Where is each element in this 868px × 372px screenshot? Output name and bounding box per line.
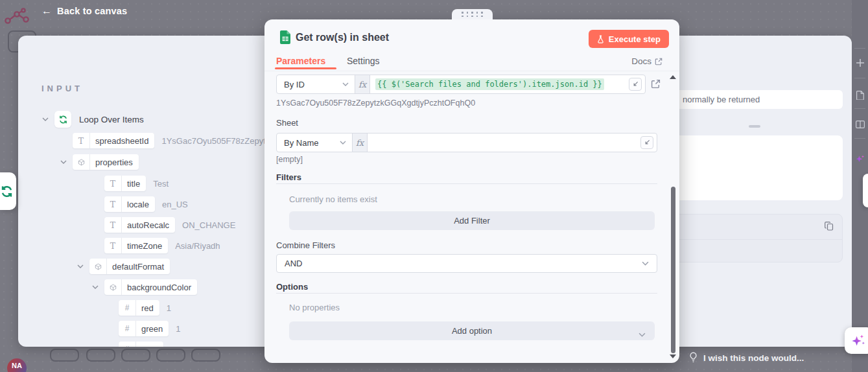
string-type-icon: T [104,196,122,212]
options-section-label: Options [276,282,308,292]
object-type-icon [73,154,90,170]
resolved-value: [empty] [276,155,303,164]
fx-badge: fx [355,75,370,93]
tree-pill: # red [119,300,159,316]
chevron-down-icon [342,82,349,86]
fx-badge: fx [353,134,368,152]
chevron-down-icon [340,141,346,145]
document-id-input[interactable]: {{ $('Search files and folders').item.js… [370,75,645,93]
ai-assistant-button[interactable] [845,327,868,354]
sheet-input[interactable] [368,134,657,152]
drag-dots-icon [462,12,483,17]
scroll-down-arrow[interactable] [670,355,676,358]
tab-settings[interactable]: Settings [347,56,380,66]
open-document-external-icon[interactable] [651,79,661,91]
options-empty-text: No properties [289,303,340,312]
sticky-note-icon[interactable] [852,91,868,100]
tabs-divider [264,71,679,71]
open-expression-editor-button[interactable] [629,78,642,91]
external-link-icon [655,58,663,65]
dimmed-toolbar-button [50,349,79,362]
dimmed-toolbar-button [191,349,220,362]
dimmed-toolbar-button [86,349,115,362]
tree-pill: T locale [104,196,155,212]
modal-drag-handle[interactable] [452,9,493,19]
number-type-icon: # [119,321,136,336]
tree-value: en_US [162,200,188,209]
execute-step-button[interactable]: Execute step [589,30,669,48]
dimmed-toolbar-button [156,349,185,362]
resolved-value: 1YsGac7Oyu505F78zZepytzkGGqXgdtjyPczhtOF… [276,99,475,108]
tree-pill: backgroundColor [104,279,197,295]
add-node-icon[interactable] [852,58,868,67]
tree-value: 1 [167,303,171,313]
sparkles-icon [850,333,866,349]
toolbar-divider [854,138,865,139]
corner-arrow-icon [644,139,650,146]
input-panel-title: INPUT [41,84,83,93]
tab-parameters[interactable]: Parameters [276,56,325,66]
modal-scrollbar[interactable] [671,187,675,353]
input-node-tab[interactable] [0,172,16,210]
string-type-icon: T [104,217,122,233]
sheet-field: By Name fx [276,133,657,152]
open-expression-editor-button[interactable] [640,136,653,149]
collapsed-panel-handle[interactable] [863,174,868,207]
section-divider [276,183,657,184]
split-panel-icon[interactable] [852,121,868,128]
corner-arrow-icon [632,81,639,87]
chevron-down-icon[interactable] [60,160,67,164]
output-notice-text: normally be returned [683,95,760,104]
back-to-canvas-link[interactable]: ← Back to canvas [41,5,127,17]
chevron-down-icon [642,261,649,266]
tree-value: 1 [170,345,175,347]
tree-pill: # green [119,321,169,336]
tree-value: Test [153,179,169,189]
node-feedback-link[interactable]: I wish this node would... [703,353,804,363]
chevron-down-icon[interactable] [76,264,84,268]
filters-section-label: Filters [276,172,301,182]
add-filter-button[interactable]: Add Filter [289,211,655,230]
tree-pill: T autoRecalc [104,217,175,233]
loop-refresh-icon [0,185,14,198]
flask-icon [597,35,604,43]
sheet-label: Sheet [276,118,298,128]
docs-link[interactable]: Docs [631,56,663,66]
tree-pill: T spreadsheetId [73,133,154,148]
chevron-down-icon[interactable] [91,285,99,289]
add-option-button[interactable]: Add option [289,321,655,340]
sheet-mode-select[interactable]: By Name [277,134,353,152]
output-result-box [674,214,843,262]
back-label: Back to canvas [57,6,127,16]
tree-pill: properties [73,154,139,170]
document-mode-select[interactable]: By ID [277,75,355,93]
tree-pill: T timeZone [104,238,168,253]
panel-resize-handle[interactable] [749,125,760,128]
toolbar-divider [854,108,865,109]
tree-pill: # blue [119,342,163,347]
active-tab-underline [275,67,336,69]
chevron-down-icon[interactable] [41,117,49,121]
output-notice-box: normally be returned [674,90,843,109]
n8n-logo [4,8,31,26]
combine-filters-label: Combine Filters [276,240,335,250]
tree-value: Asia/Riyadh [175,241,220,251]
object-type-icon [104,279,122,295]
section-divider [276,293,657,294]
string-type-icon: T [104,176,122,191]
output-row-divider [675,239,842,240]
combine-filters-select[interactable]: AND [276,254,657,273]
number-type-icon: # [119,300,136,316]
tree-value: ON_CHANGE [182,220,235,230]
scroll-up-arrow[interactable] [670,75,676,79]
lightbulb-icon [689,352,698,366]
document-id-field: By ID fx {{ $('Search files and folders'… [276,75,646,94]
string-type-icon: T [104,238,122,253]
node-title: Get row(s) in sheet [296,32,389,43]
tree-value: 1 [176,324,180,334]
google-sheets-icon [280,30,291,47]
output-content-box [674,135,843,200]
object-type-icon [89,259,107,274]
ai-sparkles-icon[interactable] [852,154,868,165]
copy-icon[interactable] [825,222,834,233]
